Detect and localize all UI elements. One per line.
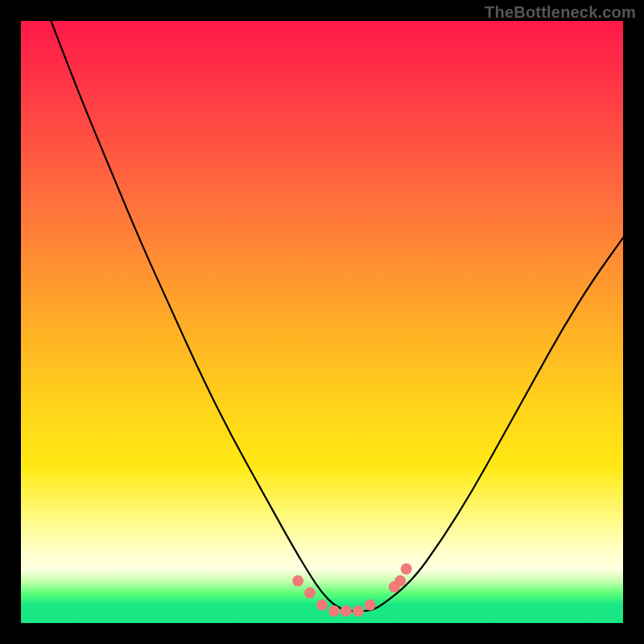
watermark-text: TheBottleneck.com <box>485 3 636 22</box>
marker-dot <box>394 576 406 587</box>
marker-dot <box>292 576 303 587</box>
marker-dot <box>365 600 376 611</box>
chart-frame: TheBottleneck.com <box>0 0 644 644</box>
marker-dot <box>304 588 316 599</box>
marker-dot <box>341 605 352 617</box>
plot-area <box>21 21 623 623</box>
curve-layer <box>21 21 623 623</box>
highlight-dots <box>292 564 412 617</box>
marker-dot <box>401 564 412 575</box>
marker-dot <box>353 605 364 617</box>
marker-dot <box>328 605 340 617</box>
marker-dot <box>316 600 328 611</box>
bottleneck-curve <box>51 21 623 611</box>
